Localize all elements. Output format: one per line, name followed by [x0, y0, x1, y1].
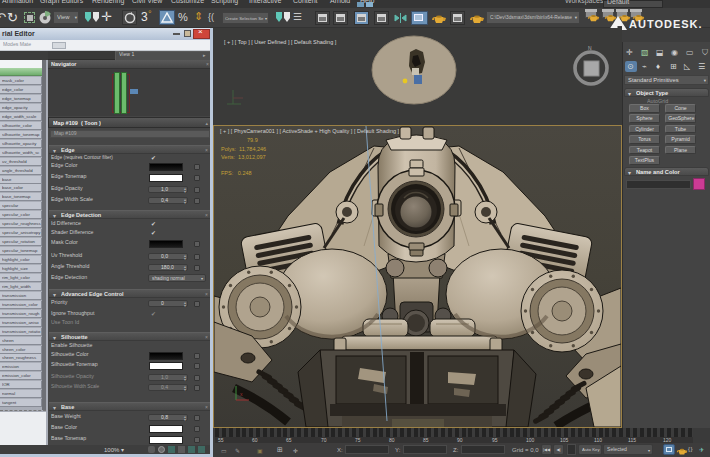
svg-text:N: N	[588, 45, 592, 51]
svg-text:AUTODESK.: AUTODESK.	[629, 18, 703, 30]
